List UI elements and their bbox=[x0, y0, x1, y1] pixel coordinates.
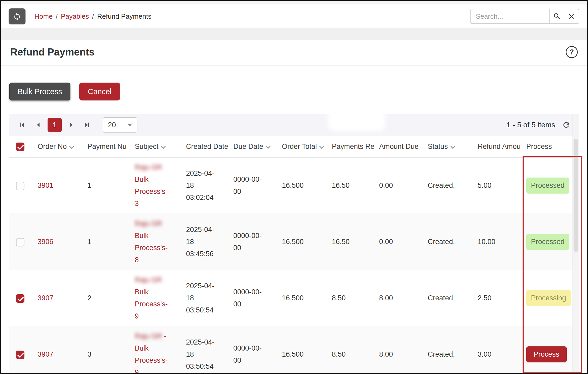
current-page-button[interactable]: 1 bbox=[48, 118, 62, 132]
subject-tail: - bbox=[164, 332, 166, 340]
cancel-button[interactable]: Cancel bbox=[79, 83, 120, 100]
order-total-cell: 16.500 bbox=[280, 214, 330, 270]
subject-link[interactable]: Raju GRBulk Process's-9 bbox=[135, 276, 168, 320]
column-label: Amount Due bbox=[379, 143, 419, 150]
process-status-badge[interactable]: Processed bbox=[526, 178, 569, 194]
status-cell: Created, bbox=[426, 157, 476, 214]
column-header-order-no[interactable]: Order No bbox=[35, 136, 85, 157]
status-cell: Created, bbox=[426, 270, 476, 326]
process-status-badge[interactable]: Processing bbox=[526, 290, 571, 306]
next-page-button[interactable] bbox=[64, 118, 78, 132]
column-header-created-date[interactable]: Created Date bbox=[184, 136, 231, 157]
column-header-due-date[interactable]: Due Date bbox=[231, 136, 280, 157]
last-page-icon bbox=[84, 122, 90, 128]
topbar: Home / Payables / Refund Payments bbox=[1, 4, 587, 28]
search-bar bbox=[470, 9, 579, 24]
help-icon[interactable]: ? bbox=[566, 46, 578, 58]
refund-amount-cell: 10.00 bbox=[476, 214, 524, 270]
clear-search-button[interactable] bbox=[564, 9, 579, 23]
row-checkbox[interactable] bbox=[16, 294, 24, 303]
subject-link[interactable]: Raju GR -Bulk Process's-9 bbox=[135, 332, 168, 374]
amount-due-cell: 0.00 bbox=[377, 214, 426, 270]
subject-text: Bulk Process's-8 bbox=[135, 232, 168, 264]
search-input[interactable] bbox=[471, 9, 549, 23]
redacted-text: Raju GR bbox=[135, 276, 162, 284]
bulk-process-button[interactable]: Bulk Process bbox=[9, 83, 70, 100]
scrollbar-thumb[interactable] bbox=[574, 139, 578, 252]
column-header-refund-amount[interactable]: Refund Amou bbox=[476, 136, 524, 157]
breadcrumb-payables-link[interactable]: Payables bbox=[61, 12, 89, 21]
prev-page-icon bbox=[35, 122, 42, 128]
subject-text: Bulk Process's-9 bbox=[135, 344, 168, 374]
column-header-amount-due[interactable]: Amount Due bbox=[377, 136, 426, 157]
sort-chevron-icon[interactable] bbox=[319, 144, 324, 149]
order-no-link[interactable]: 3901 bbox=[38, 181, 53, 189]
app-window: Home / Payables / Refund Payments Refund… bbox=[0, 0, 588, 374]
next-page-icon bbox=[68, 122, 74, 128]
sort-chevron-icon[interactable] bbox=[161, 144, 166, 149]
order-no-link[interactable]: 3906 bbox=[38, 238, 53, 246]
column-header-order-total[interactable]: Order Total bbox=[280, 136, 330, 157]
payments-received-cell: 8.50 bbox=[330, 326, 377, 374]
due-date-cell: 0000-00-00 bbox=[231, 270, 280, 326]
breadcrumb-separator: / bbox=[56, 12, 58, 21]
column-header-process: Process bbox=[524, 136, 574, 157]
process-button[interactable]: Process bbox=[526, 346, 567, 362]
due-date-cell: 0000-00-00 bbox=[231, 157, 280, 214]
row-checkbox[interactable] bbox=[16, 182, 24, 190]
pager-info: 1 - 5 of 5 items bbox=[507, 121, 555, 129]
column-label: Payments Re bbox=[332, 143, 374, 150]
process-status-badge[interactable]: Processed bbox=[526, 234, 569, 250]
redacted-text: Raju GR bbox=[135, 332, 162, 340]
payments-received-cell: 8.50 bbox=[330, 270, 377, 326]
sort-chevron-icon[interactable] bbox=[266, 144, 270, 149]
order-total-cell: 16.500 bbox=[280, 157, 330, 214]
breadcrumb: Home / Payables / Refund Payments bbox=[34, 12, 151, 21]
refund-amount-cell: 5.00 bbox=[476, 157, 524, 214]
table-row: 3907 3 Raju GR -Bulk Process's-9 2025-04… bbox=[9, 326, 574, 374]
column-label: Payment Nu bbox=[87, 143, 127, 150]
created-date-cell: 2025-04-18 03:50:54 bbox=[184, 326, 231, 374]
amount-due-cell: 8.00 bbox=[377, 270, 426, 326]
prev-page-button[interactable] bbox=[31, 118, 45, 132]
refund-payments-grid: 1 20 1 - 5 of 5 items bbox=[9, 114, 579, 374]
column-label: Due Date bbox=[233, 143, 263, 150]
column-label: Refund Amou bbox=[478, 143, 521, 150]
amount-due-cell: 8.00 bbox=[377, 326, 426, 374]
created-date-cell: 2025-04-18 03:50:54 bbox=[184, 270, 231, 326]
pager-refresh-button[interactable] bbox=[562, 121, 570, 129]
breadcrumb-home-link[interactable]: Home bbox=[34, 12, 53, 21]
order-no-link[interactable]: 3907 bbox=[38, 350, 53, 358]
sort-chevron-icon[interactable] bbox=[69, 144, 74, 149]
sort-chevron-icon[interactable] bbox=[450, 144, 455, 149]
subject-link[interactable]: Raju GRBulk Process's-8 bbox=[135, 220, 168, 264]
subject-link[interactable]: Raju GRBulk Process's-3 bbox=[135, 163, 168, 208]
order-no-link[interactable]: 3907 bbox=[38, 294, 53, 302]
column-header-payment-number[interactable]: Payment Nu bbox=[85, 136, 133, 157]
search-button[interactable] bbox=[549, 9, 564, 23]
last-page-button[interactable] bbox=[80, 118, 94, 132]
row-checkbox[interactable] bbox=[16, 351, 24, 359]
row-checkbox[interactable] bbox=[16, 238, 24, 246]
created-date-cell: 2025-04-18 03:45:56 bbox=[184, 214, 231, 270]
refresh-button[interactable] bbox=[9, 8, 25, 24]
page-title: Refund Payments bbox=[10, 47, 95, 58]
order-total-cell: 16.500 bbox=[280, 270, 330, 326]
vertical-scrollbar[interactable] bbox=[572, 114, 579, 374]
blurred-element bbox=[331, 113, 382, 128]
select-all-checkbox[interactable] bbox=[16, 143, 24, 151]
table-row: 3901 1 Raju GRBulk Process's-3 2025-04-1… bbox=[9, 157, 574, 214]
column-header-status[interactable]: Status bbox=[426, 136, 476, 157]
sync-icon bbox=[12, 12, 22, 21]
page-size-dropdown[interactable]: 20 bbox=[103, 117, 137, 133]
column-header-subject[interactable]: Subject bbox=[133, 136, 184, 157]
page-size-value: 20 bbox=[108, 121, 116, 129]
action-bar: Bulk Process Cancel bbox=[1, 83, 587, 100]
column-label: Process bbox=[526, 143, 552, 150]
payment-number-cell: 2 bbox=[85, 270, 133, 326]
redacted-text: Raju GR bbox=[135, 163, 162, 171]
first-page-button[interactable] bbox=[15, 118, 29, 132]
redacted-text: Raju GR bbox=[135, 220, 162, 228]
table-header-row: Order No Payment Nu Subject Created Date… bbox=[9, 136, 574, 157]
column-header-payments-received[interactable]: Payments Re bbox=[330, 136, 377, 157]
